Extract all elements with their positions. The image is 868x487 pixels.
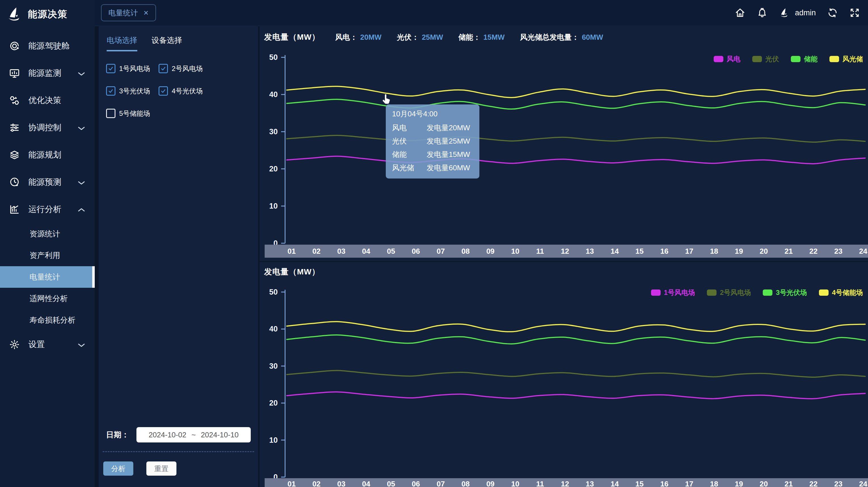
legend-item-2号风电场[interactable]: 2号风电场 bbox=[707, 288, 751, 297]
legend-item-光伏[interactable]: 光伏 bbox=[752, 55, 779, 64]
sidebar-item-label: 优化决策 bbox=[28, 95, 61, 106]
bell-icon[interactable] bbox=[757, 7, 768, 18]
sidebar-item-energy-forecast[interactable]: 能源预测 bbox=[0, 169, 95, 196]
sidebar-item-energy-planning[interactable]: 能源规划 bbox=[0, 141, 95, 169]
y-axis-label: 20 bbox=[269, 164, 278, 173]
legend-label: 1号风电场 bbox=[664, 288, 695, 297]
sidebar-item-operation-analysis[interactable]: 运行分析 bbox=[0, 196, 95, 223]
legend-item-储能[interactable]: 储能 bbox=[791, 55, 817, 64]
fullscreen-icon[interactable] bbox=[849, 7, 860, 18]
x-axis-label: 15 bbox=[636, 247, 644, 255]
sidebar-item-energy-cockpit[interactable]: 能源驾驶舱 bbox=[0, 32, 95, 60]
legend-item-风光储[interactable]: 风光储 bbox=[830, 55, 863, 64]
x-axis-label: 06 bbox=[412, 247, 420, 255]
filter-buttons: 分析 重置 bbox=[103, 461, 177, 476]
date-label: 日期： bbox=[106, 430, 129, 440]
tab-device-select[interactable]: 设备选择 bbox=[152, 35, 182, 51]
sliders-icon bbox=[8, 122, 21, 134]
sidebar-subitem-label: 资产利用 bbox=[30, 250, 60, 261]
legend-label: 风电 bbox=[727, 55, 740, 64]
sidebar-subitem-resource-statistics[interactable]: 资源统计 bbox=[0, 223, 95, 245]
submenu-operation-analysis: 资源统计资产利用电量统计适网性分析寿命损耗分析 bbox=[0, 223, 95, 331]
x-axis-label: 04 bbox=[362, 247, 370, 255]
decision-icon bbox=[8, 94, 21, 106]
checkbox-unchecked-icon bbox=[106, 109, 116, 118]
reset-button[interactable]: 重置 bbox=[146, 461, 177, 476]
sidebar-item-settings[interactable]: 设置 bbox=[0, 331, 95, 358]
legend-swatch bbox=[752, 56, 762, 62]
x-axis-label: 17 bbox=[685, 480, 693, 487]
legend-item-3号光伏场[interactable]: 3号光伏场 bbox=[763, 288, 807, 297]
tab-farm-select[interactable]: 电场选择 bbox=[107, 35, 137, 51]
charts-area: 发电量（MW） 风电：20MW 光伏：25MW 储能：15MW 风光储总发电量：… bbox=[259, 26, 868, 487]
app-root: 能源决策 能源驾驶舱能源监测优化决策协调控制能源规划能源预测运行分析资源统计资产… bbox=[0, 0, 868, 487]
chevron-down-icon bbox=[78, 69, 85, 78]
farm-checkbox-3[interactable]: 3号光伏场 bbox=[106, 86, 150, 96]
gear-icon bbox=[8, 339, 21, 351]
y-axis-label: 40 bbox=[269, 325, 278, 333]
tooltip-row: 风光储发电量60MW bbox=[392, 163, 473, 173]
farm-checkbox-label: 2号风电场 bbox=[172, 64, 203, 73]
legend-swatch bbox=[707, 290, 716, 296]
avatar-sail-icon[interactable] bbox=[779, 7, 790, 18]
y-axis-label: 50 bbox=[269, 53, 278, 62]
series-line-4号储能场 bbox=[287, 322, 865, 332]
x-axis-label: 06 bbox=[412, 480, 420, 487]
tab-power-statistics[interactable]: 电量统计 × bbox=[101, 4, 156, 21]
tooltip-rows: 风电发电量20MW光伏发电量25MW储能发电量15MW风光储发电量60MW bbox=[392, 123, 473, 173]
checkbox-checked-icon bbox=[106, 64, 116, 73]
checkbox-checked-icon bbox=[159, 86, 168, 96]
series-line-储能 bbox=[287, 99, 865, 109]
legend-label: 储能 bbox=[804, 55, 817, 64]
x-axis-label: 24 bbox=[859, 480, 867, 487]
legend-swatch bbox=[714, 56, 723, 62]
series-line-3号光伏场 bbox=[287, 335, 865, 344]
x-axis-label: 02 bbox=[312, 480, 320, 487]
home-icon[interactable] bbox=[735, 7, 745, 18]
sidebar-subitem-asset-utilization[interactable]: 资产利用 bbox=[0, 245, 95, 266]
sidebar-item-energy-monitoring[interactable]: 能源监测 bbox=[0, 60, 95, 87]
date-range-input[interactable]: 2024-10-02 ~ 2024-10-10 bbox=[136, 427, 251, 443]
x-axis-label: 16 bbox=[660, 247, 669, 255]
sidebar-subitem-life-loss-analysis[interactable]: 寿命损耗分析 bbox=[0, 309, 95, 331]
app-logo: 能源决策 bbox=[0, 0, 95, 27]
legend-swatch bbox=[651, 290, 661, 296]
chart-tooltip: 10月04号4:00 风电发电量20MW光伏发电量25MW储能发电量15MW风光… bbox=[386, 104, 479, 179]
farm-checkbox-1[interactable]: 1号风电场 bbox=[106, 64, 150, 73]
legend-label: 光伏 bbox=[765, 55, 779, 64]
y-axis-label: 10 bbox=[269, 436, 278, 445]
refresh-icon[interactable] bbox=[827, 7, 838, 18]
x-axis-label: 19 bbox=[735, 480, 743, 487]
legend-item-1号风电场[interactable]: 1号风电场 bbox=[651, 288, 695, 297]
sidebar-subitem-power-statistics[interactable]: 电量统计 bbox=[0, 266, 95, 288]
analyze-button[interactable]: 分析 bbox=[103, 461, 133, 476]
sidebar-item-optimization-decision[interactable]: 优化决策 bbox=[0, 87, 95, 114]
sidebar-item-coordinated-control[interactable]: 协调控制 bbox=[0, 114, 95, 141]
x-axis-label: 14 bbox=[611, 480, 619, 487]
sidebar-subitem-grid-adaptability-analysis[interactable]: 适网性分析 bbox=[0, 288, 95, 309]
tab-close-icon[interactable]: × bbox=[144, 8, 149, 17]
legend-item-4号储能场[interactable]: 4号储能场 bbox=[819, 288, 863, 297]
farm-checkbox-4[interactable]: 4号光伏场 bbox=[159, 86, 203, 96]
legend-item-风电[interactable]: 风电 bbox=[714, 55, 740, 64]
user-name[interactable]: admin bbox=[795, 8, 816, 17]
x-axis-label: 03 bbox=[337, 247, 345, 255]
chart2-title: 发电量（MW） bbox=[264, 267, 320, 277]
dashboard-icon bbox=[8, 40, 21, 52]
series-line-2号风电场 bbox=[287, 370, 865, 377]
farm-checkbox-label: 1号风电场 bbox=[119, 64, 150, 73]
farm-checkbox-5[interactable]: 5号储能场 bbox=[106, 109, 150, 118]
tooltip-row: 储能发电量15MW bbox=[392, 150, 473, 159]
x-axis-label: 24 bbox=[859, 247, 867, 255]
x-axis-label: 12 bbox=[561, 247, 569, 255]
x-axis-label: 15 bbox=[636, 480, 644, 487]
chart-icon bbox=[8, 204, 21, 215]
sidebar-subitem-label: 寿命损耗分析 bbox=[30, 315, 75, 325]
mouse-hand-cursor bbox=[381, 93, 392, 107]
stat-pv-value: 25MW bbox=[422, 33, 443, 42]
chart1-title: 发电量（MW） bbox=[264, 32, 320, 42]
tooltip-row: 光伏发电量25MW bbox=[392, 136, 473, 146]
stat-storage-value: 15MW bbox=[483, 33, 505, 42]
farm-checkbox-2[interactable]: 2号风电场 bbox=[159, 64, 203, 73]
x-axis-label: 20 bbox=[760, 247, 768, 255]
